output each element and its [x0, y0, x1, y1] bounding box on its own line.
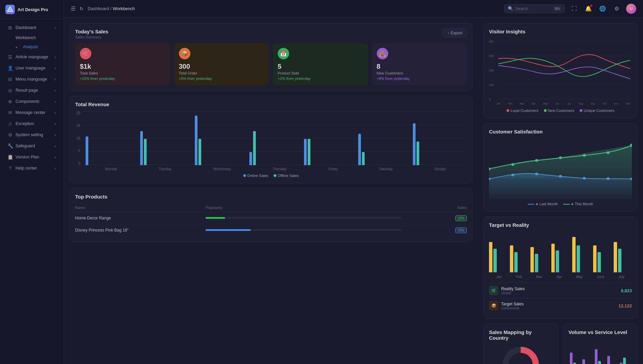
top-products-card: Top Products Name Popularity Sales Home …: [69, 188, 472, 242]
total-sales-label: Total Sales: [80, 71, 165, 75]
tvr-bar-chart: [489, 232, 632, 272]
hamburger-icon[interactable]: ☰: [71, 5, 75, 12]
sidebar-item-article[interactable]: ☰ Article manguage ∨: [2, 52, 62, 62]
safeguard-icon: 🔧: [7, 143, 13, 149]
help-icon: ?: [7, 165, 13, 171]
notification-icon[interactable]: 🔔: [584, 4, 593, 13]
svg-text:Oct: Oct: [603, 102, 607, 105]
product-sold-change: +2% from yesterday: [278, 77, 363, 81]
sidebar-item-exception[interactable]: ⚠ Exception ∨: [2, 118, 62, 129]
new-customers-label: New Customers: [377, 71, 462, 75]
satisfaction-legend: ●Last Month ●This Month: [489, 202, 632, 206]
bar-group: [86, 136, 138, 165]
svg-text:400: 400: [489, 40, 494, 43]
todays-sales-header: Today's Sales Sales Summery ↑ Export: [75, 29, 467, 39]
target-bar: [614, 242, 617, 272]
sidebar-item-message[interactable]: ✉ Message center ∨: [2, 107, 62, 118]
sidebar-item-workbench[interactable]: Workbench: [2, 33, 62, 42]
satisfaction-svg: [489, 139, 632, 199]
visitor-insights-card: Visitor Insights 400 300 200 100 0: [483, 23, 638, 118]
visitor-insights-chart: 400 300 200 100 0: [489, 38, 632, 106]
total-order-value: 300: [179, 63, 265, 70]
avatar[interactable]: U: [626, 4, 636, 14]
sidebar-item-result[interactable]: ◎ Result page ∨: [2, 85, 62, 96]
revenue-x-labels: MondayTuesdayWednesdayThursdayFridaySatu…: [84, 167, 467, 171]
sidebar-item-help[interactable]: ? Help center ∨: [2, 163, 62, 174]
svg-text:Dec: Dec: [626, 102, 630, 105]
reality-bar: [535, 254, 538, 272]
topbar-right: 🔍 ⌘k ⛶ 🔔 🌐 ⚙ U: [504, 4, 636, 14]
nav-section: ⊞ Dashboard ∧ Workbench Analysis ☰ Artic…: [0, 19, 64, 177]
user-icon: 👤: [7, 65, 13, 71]
online-bar: [195, 116, 197, 165]
online-bar: [304, 139, 307, 165]
revenue-y-axis: 20 15 10 5 0: [75, 111, 82, 165]
reality-bar: [556, 250, 559, 272]
search-icon: 🔍: [508, 6, 513, 11]
sidebar-item-analysis[interactable]: Analysis: [2, 42, 62, 51]
menu-icon: ⊟: [7, 77, 13, 82]
satisfaction-chart: [489, 139, 632, 199]
bar-group: [413, 123, 465, 165]
customer-satisfaction-title: Customer Satisfaction: [489, 129, 543, 134]
offline-bar: [417, 142, 419, 165]
total-sales-change: +15% from yesterday: [80, 77, 165, 81]
search-input[interactable]: [515, 6, 551, 11]
total-order-label: Total Order: [179, 71, 265, 75]
search-box[interactable]: 🔍 ⌘k: [504, 4, 565, 13]
new-customers-value: 8: [377, 63, 462, 70]
svg-text:100: 100: [489, 83, 494, 87]
bar: [598, 361, 601, 364]
export-icon: ↑: [447, 31, 449, 35]
reality-bar: [577, 245, 580, 272]
fullscreen-icon[interactable]: ⛶: [570, 4, 579, 13]
sidebar-item-safeguard[interactable]: 🔧 Safeguard ∨: [2, 141, 62, 151]
total-order-card: 📦 300 Total Order +5% from yesterday: [174, 43, 269, 85]
product-sold-icon: 📅: [278, 48, 289, 59]
total-sales-value: $1k: [80, 63, 165, 70]
settings-icon[interactable]: ⚙: [612, 4, 621, 13]
search-shortcut: ⌘k: [553, 6, 561, 11]
topbar-left: ☰ ↻ Dashboard / Workbench: [71, 5, 500, 12]
target-bar: [530, 247, 534, 272]
logo-area[interactable]: Art Design Pro: [0, 0, 64, 19]
right-panel: Visitor Insights 400 300 200 100 0: [478, 18, 643, 364]
product-sold-value: 5: [278, 63, 363, 70]
sidebar-item-components[interactable]: ⊕ Components ∨: [2, 96, 62, 107]
todays-sales-subtitle: Sales Summery: [75, 35, 108, 39]
online-bar: [140, 131, 143, 165]
svg-text:Jul: Jul: [568, 102, 571, 105]
this-month-legend-line: [563, 204, 570, 205]
online-legend-dot: [243, 174, 246, 177]
target-bar: [572, 237, 576, 272]
top-products-header: Top Products: [75, 194, 467, 200]
donut-svg: [500, 345, 541, 364]
bar-group: [304, 139, 357, 165]
tvr-legend: 🛒 Reality Sales Global 8,823 📦: [489, 283, 632, 313]
chevron-right-icon: ∨: [54, 55, 56, 59]
notification-badge: [590, 5, 592, 7]
sidebar-item-system[interactable]: ⚙ System setting ∨: [2, 129, 62, 140]
bottom-right-cards: Sales Mapping by Country: [483, 324, 638, 364]
svg-text:Nov: Nov: [614, 102, 618, 105]
sidebar-item-user[interactable]: 👤 User manguage ∨: [2, 63, 62, 73]
reality-bar: [514, 252, 518, 272]
unique-legend-dot: [580, 109, 582, 112]
online-bar: [249, 152, 252, 165]
tvr-bar-group: [551, 244, 570, 272]
total-order-icon: 📦: [179, 48, 190, 59]
product-sold-card: 📅 5 Product Sold +2% from yesterday: [273, 43, 368, 85]
target-sales-icon: 📦: [489, 301, 498, 310]
products-table: Name Popularity Sales Home Decor Range: [75, 204, 467, 236]
sidebar-item-menu[interactable]: ⊟ Menu manguage ∨: [2, 74, 62, 85]
export-button[interactable]: ↑ Export: [443, 29, 467, 37]
todays-sales-title-area: Today's Sales Sales Summery: [75, 29, 108, 39]
total-revenue-header: Total Revenue: [75, 101, 467, 107]
revenue-legend: Online Sales Offline Sales: [75, 174, 467, 178]
sidebar-item-dashboard[interactable]: ⊞ Dashboard ∧: [2, 22, 62, 33]
target-sales-value: 12,122: [618, 303, 632, 308]
refresh-icon[interactable]: ↻: [80, 6, 84, 11]
product-row: Home Decor Range 10%: [75, 212, 467, 224]
sidebar-item-version[interactable]: 📋 Version Plan ∨: [2, 152, 62, 162]
globe-icon[interactable]: 🌐: [598, 4, 607, 13]
